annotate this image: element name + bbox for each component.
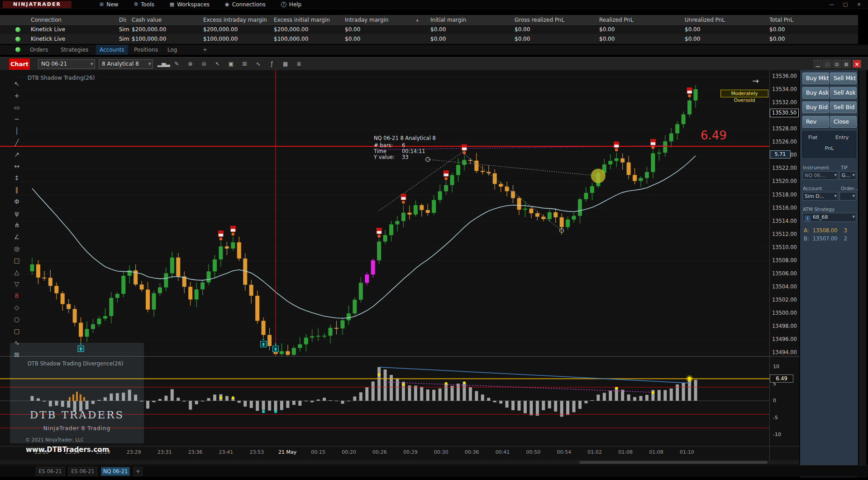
- instrument-dropdown[interactable]: NQ 06-21 ▼: [38, 59, 95, 69]
- cursor-icon[interactable]: ↖: [212, 59, 223, 69]
- rectangle-tool-icon[interactable]: □: [11, 254, 23, 266]
- interval-dropdown[interactable]: 8 Analytical 8 ▼: [99, 59, 153, 69]
- column-header-intraday-margin[interactable]: Intraday margin: [345, 15, 425, 25]
- horizontal-line-tool-icon[interactable]: ─: [11, 113, 23, 125]
- tab-positions[interactable]: Positions: [130, 45, 162, 55]
- chart-style-icon[interactable]: ▂▅▃: [157, 59, 169, 69]
- watermark-subtitle: NinjaTrader 8 Trading: [10, 425, 144, 432]
- region-select-tool-icon[interactable]: ▭: [11, 101, 23, 113]
- add-instrument-tab-button[interactable]: +: [134, 467, 143, 476]
- circle-tool-icon[interactable]: ○: [11, 313, 23, 325]
- extended-line-tool-icon[interactable]: ↔: [11, 160, 23, 172]
- snapshot-icon[interactable]: ▣: [225, 59, 237, 69]
- instrument-tab-1[interactable]: ES 06-21: [68, 467, 97, 476]
- pitchfork-tool-icon[interactable]: ⋔: [11, 219, 23, 231]
- close-button[interactable]: Close: [830, 116, 857, 128]
- chart-window-tab[interactable]: Chart: [9, 58, 30, 70]
- diamond-tool-icon[interactable]: ◇: [11, 302, 23, 313]
- menu-help[interactable]: ?Help: [281, 0, 301, 9]
- price-tick: 13504.00: [772, 283, 797, 290]
- triangle-down-tool-icon[interactable]: ▽: [11, 278, 23, 290]
- column-header-realized-pnl[interactable]: Realized PnL: [599, 15, 679, 25]
- time-label: 00:15: [305, 449, 332, 455]
- chart-tabs-icon[interactable]: ▢: [823, 60, 831, 68]
- account-dropdown[interactable]: Sim D... ▼: [802, 192, 838, 201]
- column-header-excess-initial-margin[interactable]: Excess initial margin: [274, 15, 339, 25]
- maximize-icon[interactable]: ▢: [842, 0, 849, 9]
- vertical-arrow-tool-icon[interactable]: ↕: [11, 172, 23, 184]
- instrument-tab-0[interactable]: ES 06-21: [36, 467, 65, 476]
- order-dropdown[interactable]: ▼: [839, 192, 856, 201]
- minimize-icon[interactable]: —: [828, 0, 835, 9]
- fibonacci-extension-tool-icon[interactable]: ψ: [11, 207, 23, 219]
- fibonacci-retracement-tool-icon[interactable]: Φ: [11, 196, 23, 207]
- column-header-excess-intraday-margin[interactable]: Excess intraday margin: [203, 15, 268, 25]
- tab-accounts[interactable]: Accounts: [96, 45, 128, 55]
- grid-icon[interactable]: ▦: [280, 59, 291, 69]
- column-header-disp[interactable]: Disp: [119, 15, 126, 25]
- rev-button[interactable]: Rev: [802, 116, 829, 128]
- column-header-connection[interactable]: Connection: [31, 15, 114, 25]
- chart-close-icon[interactable]: ×: [853, 60, 861, 68]
- time-label: 21 May: [274, 449, 301, 455]
- tab-add-button[interactable]: +: [199, 45, 211, 55]
- column-header-cash-value[interactable]: Cash value: [132, 15, 198, 25]
- pencil-icon[interactable]: ✎: [171, 59, 182, 69]
- hotkey-8-tool-icon[interactable]: 8: [11, 290, 23, 302]
- instrument-field-label: Instrument: [803, 165, 829, 170]
- scrollbar-handle[interactable]: [579, 461, 768, 464]
- menu-workspaces[interactable]: ▦Workspaces: [170, 0, 210, 9]
- horizontal-scrollbar[interactable]: [0, 460, 799, 465]
- cursor-tool-icon[interactable]: ↖: [11, 78, 23, 90]
- menu-connections[interactable]: ◉Connections: [225, 0, 266, 9]
- crosshair-tool-icon[interactable]: +: [11, 90, 23, 101]
- account-row[interactable]: Kinetick LiveSim$100,000.00$100,000.00$1…: [0, 34, 858, 44]
- close-icon[interactable]: ×: [855, 0, 863, 9]
- vertical-scrollbar[interactable]: ▲ ▼: [859, 57, 866, 477]
- instrument-tab-2[interactable]: NQ 06-21: [101, 467, 130, 476]
- atm-strategy-dropdown[interactable]: i68_68 ▼: [802, 213, 856, 222]
- data-box-icon[interactable]: ⊞: [239, 59, 250, 69]
- tab-strategies[interactable]: Strategies: [57, 45, 92, 55]
- triangle-tool-icon[interactable]: △: [11, 266, 23, 278]
- chart-maximize-icon[interactable]: ▦: [842, 60, 850, 68]
- column-header-total-pnl[interactable]: Total PnL: [769, 15, 832, 25]
- atm-strategy-value: 68_68: [813, 214, 828, 220]
- workspaces-icon: ▦: [170, 0, 174, 9]
- zoom-in-icon[interactable]: ⊕: [185, 59, 196, 69]
- column-header-initial-margin[interactable]: Initial margin: [430, 15, 509, 25]
- channel-tool-icon[interactable]: ∥: [11, 184, 23, 196]
- account-row[interactable]: Kinetick LiveSim$200,000.00$200,000.00$2…: [0, 25, 858, 34]
- sell-mkt-button[interactable]: Sell Mkt: [830, 72, 857, 84]
- square-tool-icon[interactable]: ▢: [11, 325, 23, 337]
- atm-strategy-icon: i: [805, 216, 811, 221]
- ellipse-tool-icon[interactable]: ◎: [11, 243, 23, 254]
- strategy-icon[interactable]: ƒ: [266, 59, 277, 69]
- zoom-out-icon[interactable]: ⊖: [198, 59, 210, 69]
- chart-pin-icon[interactable]: ▁: [814, 60, 822, 68]
- sell-ask-button[interactable]: Sell Ask: [830, 87, 857, 99]
- vertical-line-tool-icon[interactable]: │: [11, 125, 23, 137]
- buy-mkt-button[interactable]: Buy Mkt: [802, 72, 829, 84]
- ray-tool-icon[interactable]: ↗: [11, 149, 23, 160]
- trend-line-tool-icon[interactable]: ╱: [11, 137, 23, 149]
- sell-bid-button[interactable]: Sell Bid: [830, 101, 857, 113]
- tab-log[interactable]: Log: [164, 45, 181, 55]
- column-header-gross-realized-pnl[interactable]: Gross realized PnL: [515, 15, 594, 25]
- time-label: 00:30: [428, 449, 455, 455]
- chart-split-icon[interactable]: ▤: [833, 60, 841, 68]
- price-tick: 13502.00: [772, 297, 797, 303]
- gann-fan-tool-icon[interactable]: ∠: [11, 231, 23, 243]
- properties-icon[interactable]: ≣: [293, 59, 305, 69]
- menu-label: Tools: [141, 0, 154, 9]
- scroll-right-icon[interactable]: →: [752, 76, 759, 86]
- menu-tools[interactable]: ⚙Tools: [134, 0, 154, 9]
- trader-instrument-dropdown[interactable]: NQ 06... ▼: [802, 171, 838, 180]
- tab-orders[interactable]: Orders: [26, 45, 52, 55]
- indicator-icon[interactable]: ∿: [253, 59, 264, 69]
- column-header-unrealized-pnl[interactable]: Unrealized PnL: [685, 15, 764, 25]
- buy-ask-button[interactable]: Buy Ask: [802, 87, 829, 99]
- menu-new[interactable]: ⊞New: [100, 0, 118, 9]
- tif-dropdown[interactable]: G... ▼: [839, 171, 856, 180]
- buy-bid-button[interactable]: Buy Bid: [802, 101, 829, 113]
